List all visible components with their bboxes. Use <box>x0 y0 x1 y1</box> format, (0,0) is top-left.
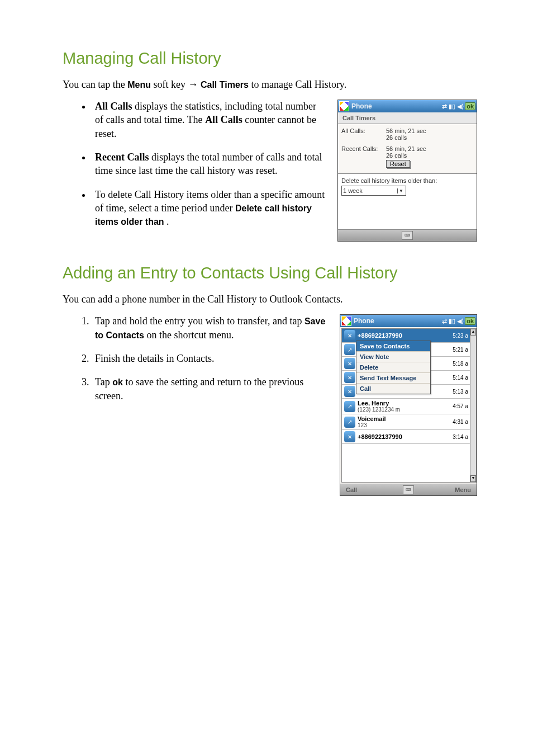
call-type-icon: ↗ <box>344 401 355 412</box>
intro2-paragraph: You can add a phone number in the Call H… <box>63 292 477 306</box>
wm-titlebar: Phone ⇄ ▮▯ ◀⟩ ok <box>338 100 477 112</box>
ok-label: ok <box>112 377 123 387</box>
value-line: 26 calls <box>386 152 426 159</box>
label: Recent Calls: <box>341 145 386 168</box>
call-timers-label: Call Timers <box>201 80 249 89</box>
call-timers-body: All Calls: 56 min, 21 sec 26 calls Recen… <box>338 124 477 173</box>
status-icons: ⇄ ▮▯ ◀⟩ <box>442 103 464 110</box>
heading-adding-entry: Adding an Entry to Contacts Using Call H… <box>63 264 477 282</box>
status-tray: ⇄ ▮▯ ◀⟩ ok <box>442 317 475 325</box>
text: to save the setting and return to the pr… <box>95 376 303 401</box>
softkey-menu[interactable]: Menu <box>449 484 477 495</box>
row-time: 5:14 a <box>446 375 469 381</box>
scroll-up-icon[interactable]: ▲ <box>470 329 476 336</box>
text: to manage Call History. <box>251 79 346 90</box>
row-primary: +886922137990 <box>358 332 446 339</box>
chevron-down-icon: ▼ <box>397 188 404 193</box>
keyboard-icon[interactable]: ⌨ <box>403 485 414 494</box>
menu-label: Menu <box>127 80 151 89</box>
row-main: Voicemail123 <box>358 415 446 428</box>
call-type-icon: ↗ <box>344 417 355 428</box>
row-time: 5:18 a <box>446 361 469 367</box>
row-time: 4:57 a <box>446 403 469 409</box>
text: . <box>166 216 169 227</box>
tab-call-timers[interactable]: Call Timers <box>338 112 477 124</box>
term: All Calls <box>205 114 242 125</box>
softkey-call[interactable]: Call <box>340 484 363 495</box>
dropdown-value: 1 week <box>343 187 363 194</box>
term: All Calls <box>95 101 132 112</box>
menu-call[interactable]: Call <box>356 384 430 394</box>
row-primary: +886922137990 <box>358 433 446 440</box>
screenshot-call-timers: Phone ⇄ ▮▯ ◀⟩ ok Call Timers All Calls: … <box>337 100 477 242</box>
bullets-list: All Calls displays the statistics, inclu… <box>63 100 326 228</box>
menu-view-note[interactable]: View Note <box>356 352 430 362</box>
ok-button[interactable]: ok <box>465 317 475 325</box>
history-row[interactable]: ↗Lee, Henry(123) 1231234 m4:57 a <box>342 399 470 414</box>
wm-bottombar: ⌨ <box>338 229 477 241</box>
row-time: 5:21 a <box>446 347 469 353</box>
wm-titlebar: Phone ⇄ ▮▯ ◀⟩ ok <box>340 315 477 327</box>
row-main: +886922137990 <box>358 433 446 440</box>
history-row[interactable]: ↗Voicemail1234:31 a <box>342 414 470 430</box>
value-line: 26 calls <box>386 134 426 141</box>
row-time: 4:31 a <box>446 419 469 425</box>
menu-delete[interactable]: Delete <box>356 362 430 373</box>
text: Tap <box>95 376 112 388</box>
row-recent-calls: Recent Calls: 56 min, 21 sec 26 calls Re… <box>341 145 473 168</box>
context-menu: Save to Contacts View Note Delete Send T… <box>356 341 431 394</box>
call-type-icon: ↗ <box>344 344 355 355</box>
value-line: 56 min, 21 sec <box>386 145 426 152</box>
ok-button[interactable]: ok <box>465 102 475 110</box>
intro-paragraph: You can tap the Menu soft key → Call Tim… <box>63 78 477 92</box>
keyboard-icon[interactable]: ⌨ <box>402 231 413 240</box>
row-main: +886922137990 <box>358 332 446 339</box>
scrollbar[interactable]: ▲ ▼ <box>470 328 477 483</box>
delete-older-text: Delete call history items older than: <box>341 177 473 184</box>
row-time: 3:14 a <box>446 434 469 440</box>
text: soft key <box>153 79 188 90</box>
row-primary: Lee, Henry <box>358 400 446 407</box>
bullet-all-calls: All Calls displays the statistics, inclu… <box>92 100 326 140</box>
label: All Calls: <box>341 127 386 141</box>
title-text: Phone <box>351 102 442 110</box>
bullet-recent-calls: Recent Calls displays the total number o… <box>92 150 326 178</box>
step-1: Tap and hold the entry you wish to trans… <box>92 314 329 342</box>
arrow-icon: → <box>188 79 198 90</box>
step-3: Tap ok to save the setting and return to… <box>92 375 329 403</box>
step-2: Finish the details in Contacts. <box>92 352 329 365</box>
screenshot-call-history: Phone ⇄ ▮▯ ◀⟩ ok ✕+8869221379905:23 a↗5:… <box>340 314 477 496</box>
call-type-icon: ✕ <box>344 372 355 383</box>
title-text: Phone <box>354 317 442 325</box>
row-all-calls: All Calls: 56 min, 21 sec 26 calls <box>341 127 473 141</box>
windows-flag-icon <box>341 316 351 326</box>
row-main: Lee, Henry(123) 1231234 m <box>358 400 446 413</box>
history-row[interactable]: ✕+8869221379903:14 a <box>342 430 470 444</box>
status-tray: ⇄ ▮▯ ◀⟩ ok <box>442 102 475 110</box>
menu-save-to-contacts[interactable]: Save to Contacts <box>356 341 430 352</box>
period-dropdown[interactable]: 1 week ▼ <box>341 186 406 196</box>
call-type-icon: ✕ <box>344 358 355 369</box>
value-line: 56 min, 21 sec <box>386 127 426 134</box>
delete-older-section: Delete call history items older than: 1 … <box>338 173 477 229</box>
text: You can tap the <box>63 79 127 90</box>
row-time: 5:23 a <box>446 333 469 339</box>
reset-button[interactable]: Reset <box>386 160 410 168</box>
row-primary: Voicemail <box>358 415 446 422</box>
menu-send-text[interactable]: Send Text Message <box>356 373 430 384</box>
term: Recent Calls <box>95 152 149 163</box>
row-secondary: 123 <box>358 422 446 428</box>
text: Tap and hold the entry you wish to trans… <box>95 315 304 327</box>
bullet-delete-older: To delete Call History items older than … <box>92 188 326 229</box>
scroll-down-icon[interactable]: ▼ <box>470 475 476 482</box>
call-type-icon: ✕ <box>344 431 355 442</box>
row-secondary: (123) 1231234 m <box>358 407 446 413</box>
windows-flag-icon <box>339 101 349 111</box>
text: on the shortcut menu. <box>147 329 234 341</box>
row-time: 5:13 a <box>446 389 469 395</box>
wm-bottombar: Call ⌨ Menu <box>340 484 477 495</box>
heading-managing-call-history: Managing Call History <box>63 49 477 68</box>
status-icons: ⇄ ▮▯ ◀⟩ <box>442 318 464 325</box>
steps-list: Tap and hold the entry you wish to trans… <box>63 314 329 402</box>
history-list-area: ✕+8869221379905:23 a↗5:21 a✕5:18 a✕5:14 … <box>340 327 477 484</box>
